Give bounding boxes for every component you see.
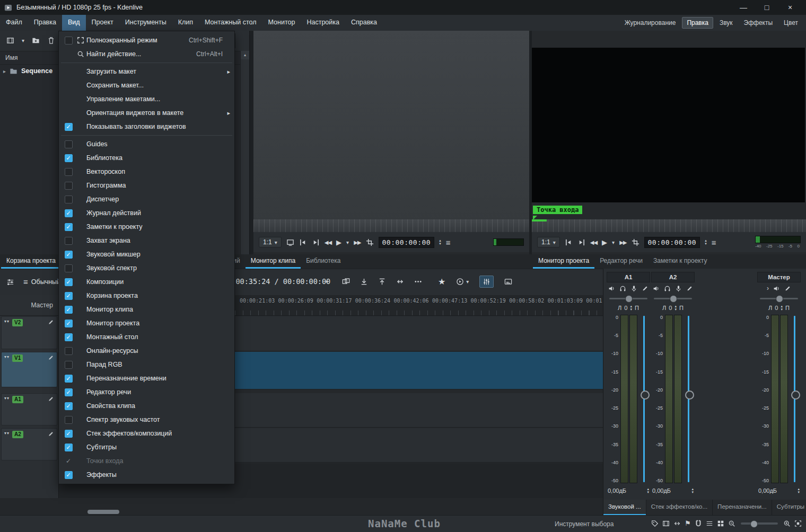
dock-tab[interactable]: Редактор речи	[594, 254, 648, 269]
dock-tab[interactable]: Переназначени...	[713, 500, 772, 515]
view-menu-item[interactable]: ✓ Точки входа ▸	[59, 454, 234, 468]
more-tools-icon[interactable]	[414, 278, 422, 286]
view-menu-item[interactable]: ✓ Парад RGB ▸	[59, 358, 234, 371]
view-menu-item[interactable]: ✓ Звуковой спектр ▸	[59, 261, 234, 275]
audio-mixer-toggle[interactable]	[479, 276, 494, 288]
fader-handle[interactable]	[685, 391, 694, 400]
mute-icon[interactable]	[653, 285, 660, 292]
listen-icon[interactable]	[619, 285, 626, 292]
zone-end-icon[interactable]	[312, 238, 320, 246]
mute-icon[interactable]	[608, 285, 615, 292]
zone-start-icon[interactable]	[299, 238, 307, 246]
pan-slider[interactable]	[609, 294, 647, 303]
track-header[interactable]: ▾▾ V1	[1, 352, 57, 387]
track-collapse-icon[interactable]: ▾▾	[4, 431, 10, 436]
pan-handle[interactable]	[670, 295, 677, 303]
volume-fader[interactable]	[790, 315, 799, 483]
monitor-zoom-select[interactable]: 1:1 ▾	[259, 237, 282, 247]
volume-value[interactable]: 0,00дБ	[652, 487, 671, 494]
track-header[interactable]: ▾▾ A1	[1, 393, 57, 425]
monitor-overlay-icon[interactable]	[286, 238, 294, 246]
tab-project-bin[interactable]: Корзина проекта	[1, 254, 61, 269]
menubar-item[interactable]: Файл	[0, 15, 28, 31]
monitor-zoom-select[interactable]: 1:1 ▾	[537, 237, 560, 247]
view-menu-item[interactable]: ✓ Guides ▸	[59, 137, 234, 151]
layout-button[interactable]: Правка	[682, 17, 713, 29]
view-menu-item[interactable]: ✓ Диспетчер ▸	[59, 192, 234, 206]
project-monitor-timecode[interactable]: 00:00:00:00	[644, 237, 700, 248]
view-menu-item[interactable]: ✓ Спектр звуковых частот ▸	[59, 413, 234, 427]
minimize-button[interactable]: —	[732, 0, 755, 15]
zone-end-icon[interactable]	[577, 238, 585, 246]
edit-mode-icon[interactable]	[673, 520, 681, 527]
track-tag[interactable]: V2	[12, 319, 23, 326]
view-menu-item[interactable]: ✓ Монитор проекта ▸	[59, 316, 234, 330]
layout-button[interactable]: Звук	[715, 17, 738, 29]
track-edit-icon[interactable]	[48, 431, 54, 437]
view-menu-item[interactable]: ✓ Сохранить макет... ▸	[59, 78, 234, 92]
add-clip-dropdown-icon[interactable]: ▾	[22, 38, 24, 43]
pan-handle[interactable]	[625, 295, 633, 303]
track-edit-icon[interactable]	[48, 354, 54, 361]
clip-monitor-seek-ruler[interactable]	[253, 219, 529, 232]
view-menu-item[interactable]: ✓ Звуковой микшер ▸	[59, 247, 234, 261]
timecode-dropdown-icon[interactable]: ▾	[326, 279, 328, 285]
add-clip-icon[interactable]	[6, 37, 14, 45]
track-edit-icon[interactable]	[48, 396, 54, 402]
close-button[interactable]: ×	[778, 0, 802, 15]
balance-spinner[interactable]	[674, 305, 677, 311]
channel-edit-icon[interactable]	[642, 285, 649, 292]
pan-handle[interactable]	[776, 295, 783, 303]
view-menu-item[interactable]: ✓ Полноэкранный режим Ctrl+Shift+F ▸	[59, 33, 234, 47]
view-menu-item[interactable]: ✓ Переназначение времени ▸	[59, 371, 234, 385]
rewind-button[interactable]: ◀◀	[325, 240, 331, 245]
dock-tab[interactable]: Монитор клипа	[246, 254, 301, 269]
view-menu-item[interactable]: ✓ Композиции ▸	[59, 275, 234, 289]
subtitles-toggle-icon[interactable]	[504, 278, 512, 286]
play-options-icon[interactable]: ▾	[346, 240, 349, 245]
track-header[interactable]: ▾▾ A2	[1, 428, 57, 460]
monitor-menu-icon[interactable]: ≡	[712, 238, 716, 247]
view-menu-item[interactable]: ✓ Стек эффектов/композиций ▸	[59, 427, 234, 440]
markers-icon[interactable]: ⚑	[685, 520, 691, 527]
track-header[interactable]: ▾▾ V2	[1, 316, 57, 349]
layout-button[interactable]: Эффекты	[739, 17, 778, 29]
view-menu-item[interactable]: ✓ Управление макетами... ▸	[59, 92, 234, 106]
channel-edit-icon[interactable]	[686, 285, 693, 292]
menubar-item[interactable]: Монитор	[262, 15, 301, 31]
pan-slider[interactable]	[654, 294, 692, 303]
timecode-spinner[interactable]	[705, 239, 707, 245]
delete-clip-icon[interactable]	[47, 37, 55, 45]
timeline-settings-icon[interactable]	[6, 278, 14, 286]
view-menu-item[interactable]: ✓ Субтитры ▸	[59, 440, 234, 454]
dock-tab[interactable]: Звуковой ...	[603, 500, 646, 515]
set-zone-icon[interactable]	[366, 238, 374, 246]
listen-icon[interactable]	[664, 285, 671, 292]
dock-tab[interactable]: Субтитры	[772, 500, 806, 515]
view-menu-item[interactable]: ✓ Захват экрана ▸	[59, 234, 234, 247]
view-menu-item[interactable]: ✓ Гистограмма ▸	[59, 179, 234, 192]
play-button[interactable]: ▶	[336, 238, 341, 246]
view-menu-item[interactable]: ✓ Загрузить макет ▸	[59, 65, 234, 78]
clip-monitor-timecode[interactable]: 00:00:00:00	[379, 237, 435, 248]
dock-tab[interactable]: Стек эффектов/ко...	[646, 500, 713, 515]
fader-handle[interactable]	[641, 391, 650, 400]
balance-spinner[interactable]	[781, 305, 783, 311]
project-monitor-seek-ruler[interactable]	[532, 219, 806, 232]
menubar-item[interactable]: Настройка	[301, 15, 345, 31]
scroll-up-icon[interactable]: ▴	[241, 51, 249, 59]
timeline-position-timecode[interactable]: 00:00:35:24 / 00:00:00:00	[223, 277, 330, 286]
extract-zone-icon[interactable]	[378, 278, 386, 286]
volume-value[interactable]: 0,00дБ	[608, 487, 626, 494]
zoom-in-icon[interactable]	[783, 520, 791, 527]
view-menu-item[interactable]: ✓ Онлайн-ресурсы ▸	[59, 344, 234, 358]
menubar-item[interactable]: Вид	[62, 15, 86, 31]
volume-spinner[interactable]	[647, 487, 649, 494]
view-menu-item[interactable]: ✓ Библиотека ▸	[59, 151, 234, 165]
snap-toggle-icon[interactable]	[695, 520, 702, 527]
view-menu-item[interactable]: ✓ Корзина проекта ▸	[59, 289, 234, 303]
view-menu-item[interactable]: ✓ Журнал действий ▸	[59, 206, 234, 220]
fader-handle[interactable]	[791, 391, 800, 400]
dock-tab[interactable]: Библиотека	[301, 254, 346, 269]
track-collapse-icon[interactable]: ▾▾	[4, 354, 10, 359]
